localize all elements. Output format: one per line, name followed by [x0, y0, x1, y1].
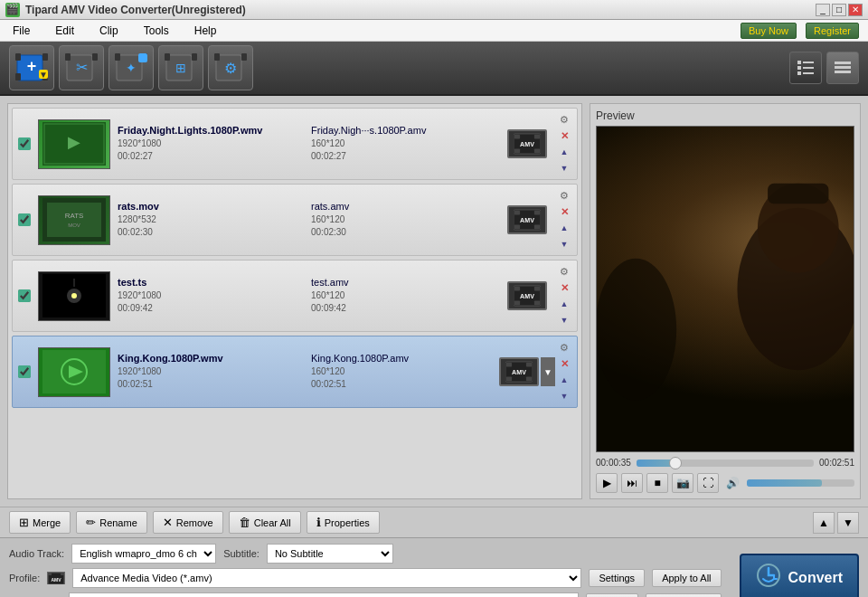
- preview-panel: Preview: [590, 103, 861, 499]
- svg-text:✂: ✂: [76, 60, 88, 75]
- file-item[interactable]: King.Kong.1080P.wmv 1920*108000:02:51 Ki…: [12, 336, 578, 408]
- convert-button[interactable]: Convert: [740, 554, 859, 597]
- progress-thumb[interactable]: [669, 457, 682, 469]
- svg-rect-75: [768, 184, 828, 204]
- merge-button[interactable]: ⊞ Merge: [9, 511, 71, 534]
- file-output-4: King.Kong.1080P.amv 160*12000:02:51: [311, 353, 497, 391]
- format-dropdown-arrow[interactable]: ▼: [541, 357, 555, 386]
- file-item[interactable]: RATS MOV rats.mov 1280*53200:02:30 rats.…: [12, 184, 578, 256]
- menu-edit[interactable]: Edit: [52, 23, 78, 39]
- file-checkbox-3[interactable]: [18, 289, 31, 302]
- audio-track-select[interactable]: English wmapro_dmo 6 chan: [71, 544, 216, 564]
- svg-rect-49: [534, 211, 540, 215]
- time-end: 00:02:51: [819, 458, 854, 468]
- item-up-4[interactable]: ▲: [557, 373, 571, 387]
- file-checkbox-4[interactable]: [18, 365, 31, 378]
- merge-button[interactable]: ⊞: [158, 45, 203, 90]
- file-item[interactable]: test.ts 1920*108000:09:42 test.amv 160*1…: [12, 260, 578, 332]
- settings-btn[interactable]: Settings: [589, 569, 645, 587]
- file-format-2[interactable]: AMV: [505, 205, 550, 234]
- progress-bar[interactable]: [637, 460, 814, 467]
- register-button[interactable]: Register: [806, 23, 859, 39]
- svg-rect-68: [526, 363, 532, 367]
- window-controls: _ □ ✕: [816, 4, 863, 16]
- settings-main: Audio Track: English wmapro_dmo 6 chan S…: [9, 544, 859, 597]
- item-up-1[interactable]: ▲: [557, 145, 571, 159]
- src-details-3: 1920*108000:09:42: [118, 289, 304, 315]
- subtitle-select[interactable]: No Subtitle: [267, 544, 393, 564]
- file-format-4[interactable]: AMV ▼: [505, 357, 550, 386]
- browse-button[interactable]: Browse: [586, 593, 639, 597]
- edit-clip-button[interactable]: ✂: [59, 45, 104, 90]
- svg-rect-61: [534, 301, 540, 306]
- svg-rect-58: [514, 287, 520, 291]
- item-down-2[interactable]: ▼: [557, 237, 571, 251]
- svg-rect-41: [534, 149, 540, 154]
- svg-rect-22: [214, 53, 220, 61]
- menu-tools[interactable]: Tools: [140, 23, 173, 39]
- file-checkbox-1[interactable]: [18, 137, 31, 150]
- menu-help[interactable]: Help: [191, 23, 221, 39]
- item-up-2[interactable]: ▲: [557, 221, 571, 235]
- item-down-1[interactable]: ▼: [557, 161, 571, 175]
- file-format-3[interactable]: AMV: [505, 281, 550, 310]
- apply-to-all-button[interactable]: Apply to All: [652, 569, 721, 587]
- file-format-1[interactable]: AMV: [505, 129, 550, 158]
- open-folder-button[interactable]: Open Folder: [646, 593, 721, 597]
- destination-input[interactable]: [69, 592, 579, 597]
- item-remove-4[interactable]: ✕: [557, 356, 571, 371]
- list-view-button[interactable]: [789, 52, 822, 84]
- grid-view-button[interactable]: [826, 52, 859, 84]
- src-filename-3: test.ts: [118, 277, 304, 288]
- clear-all-button[interactable]: 🗑 Clear All: [229, 511, 301, 534]
- track-row: Audio Track: English wmapro_dmo 6 chan S…: [9, 544, 722, 564]
- profile-select[interactable]: Advance Media Video (*.amv): [72, 568, 581, 588]
- minimize-button[interactable]: _: [816, 4, 830, 16]
- item-remove-1[interactable]: ✕: [557, 128, 571, 143]
- file-checkbox-2[interactable]: [18, 213, 31, 226]
- item-settings-1[interactable]: ⚙: [557, 112, 571, 127]
- out-details-2: 160*12000:02:30: [311, 213, 497, 239]
- snapshot-button[interactable]: 📷: [672, 473, 693, 493]
- file-item[interactable]: ▶ Friday.Night.Lights.1080P.wmv 1920*108…: [12, 108, 578, 180]
- src-details-1: 1920*108000:02:27: [118, 137, 304, 163]
- src-filename-2: rats.mov: [118, 201, 304, 212]
- item-settings-3[interactable]: ⚙: [557, 264, 571, 279]
- item-remove-3[interactable]: ✕: [557, 280, 571, 295]
- item-remove-2[interactable]: ✕: [557, 204, 571, 219]
- play-button[interactable]: ▶: [596, 473, 618, 493]
- playback-controls: ▶ ⏭ ■ 📷 ⛶ 🔊: [596, 473, 854, 493]
- effect-button[interactable]: ✦: [108, 45, 154, 90]
- volume-slider[interactable]: [747, 479, 854, 487]
- format-select-4[interactable]: AMV ▼: [499, 357, 555, 386]
- add-file-button[interactable]: + ▼: [9, 45, 54, 90]
- close-button[interactable]: ✕: [848, 4, 863, 16]
- item-down-3[interactable]: ▼: [557, 313, 571, 327]
- rename-button[interactable]: ✏ Rename: [76, 511, 147, 534]
- item-settings-2[interactable]: ⚙: [557, 188, 571, 203]
- rename-icon: ✏: [86, 516, 96, 529]
- move-up-button[interactable]: ▲: [813, 512, 835, 534]
- item-up-3[interactable]: ▲: [557, 297, 571, 311]
- svg-text:✦: ✦: [126, 61, 137, 75]
- item-settings-4[interactable]: ⚙: [557, 340, 571, 355]
- move-down-button[interactable]: ▼: [837, 512, 859, 534]
- properties-button[interactable]: ℹ Properties: [307, 511, 380, 534]
- fullscreen-button[interactable]: ⛶: [697, 473, 719, 493]
- settings-button[interactable]: ⚙: [208, 45, 253, 90]
- subtitle-label: Subtitle:: [223, 548, 259, 559]
- svg-rect-13: [115, 53, 120, 61]
- item-down-4[interactable]: ▼: [557, 389, 571, 403]
- buy-now-button[interactable]: Buy Now: [741, 23, 797, 39]
- src-filename-1: Friday.Night.Lights.1080P.wmv: [118, 125, 304, 136]
- file-list: ▶ Friday.Night.Lights.1080P.wmv 1920*108…: [7, 103, 582, 499]
- menu-file[interactable]: File: [9, 23, 33, 39]
- svg-rect-29: [803, 67, 814, 69]
- next-frame-button[interactable]: ⏭: [621, 473, 643, 493]
- stop-button[interactable]: ■: [646, 473, 668, 493]
- convert-label: Convert: [788, 570, 843, 586]
- remove-button[interactable]: ✕ Remove: [153, 511, 223, 534]
- menu-clip[interactable]: Clip: [96, 23, 122, 39]
- maximize-button[interactable]: □: [832, 4, 846, 16]
- out-details-3: 160*12000:09:42: [311, 289, 497, 315]
